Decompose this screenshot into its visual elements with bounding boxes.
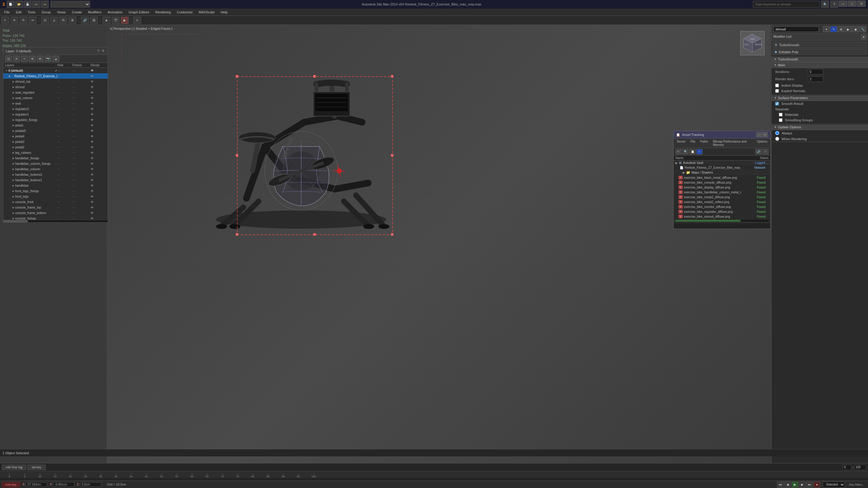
menu-graph-editors[interactable]: Graph Editors xyxy=(126,10,152,14)
layer-item-fl[interactable]: ▶ front_legs — — 👁 xyxy=(3,194,108,199)
layer-item-hb-col-fix[interactable]: ▶ handlebar_column_fixings — — 👁 xyxy=(3,161,108,166)
asset-tb-view[interactable]: ≡ xyxy=(696,149,703,155)
layer-scrollbar-h[interactable] xyxy=(3,220,108,222)
modifier-list-expand-btn[interactable]: ▼ xyxy=(861,35,866,39)
asset-tex-3[interactable]: T exercise_bike_display_diffuse.png Foun… xyxy=(674,185,770,190)
layer-help-btn[interactable]: ? xyxy=(96,49,100,53)
asset-menu-server[interactable]: Server xyxy=(675,139,687,147)
layer-tool-delete[interactable]: ✕ xyxy=(13,56,20,62)
record-anim-btn[interactable]: ● xyxy=(813,482,820,488)
select-btn[interactable]: ↖ xyxy=(1,17,9,24)
layer-tool-freeze[interactable]: ❄ xyxy=(29,56,36,62)
layer-item-seat-col[interactable]: ▶ seat_column — — 👁 xyxy=(3,95,108,101)
asset-tex-4[interactable]: T exercise_bike_handlebar_column_metal_d… xyxy=(674,190,770,195)
menu-modifiers[interactable]: Modifiers xyxy=(85,10,105,14)
rotate-btn[interactable]: ↻ xyxy=(20,17,27,24)
layer-item-petal1[interactable]: ▶ petal1 — — 👁 xyxy=(3,123,108,128)
layer-item-hb-btn2[interactable]: ▶ handlebar_buttons2 — — 👁 xyxy=(3,172,108,177)
layer-item-pedals5[interactable]: ▶ pedals5 — — 👁 xyxy=(3,128,108,133)
workspace-dropdown[interactable]: Workspace: Default xyxy=(51,1,90,8)
layer-tool-add[interactable]: + xyxy=(21,56,28,62)
ts-update-header[interactable]: ▼ Update Options xyxy=(772,124,868,130)
asset-menu-file[interactable]: File xyxy=(688,139,697,147)
menu-help[interactable]: Help xyxy=(218,10,230,14)
layer-item-hb[interactable]: ▶ handlebar — — 👁 xyxy=(3,183,108,188)
asset-maps-folder[interactable]: ▶ 📁 Maps / Shaders xyxy=(674,170,770,175)
asset-close-btn[interactable]: ✕ xyxy=(763,132,768,137)
layer-item-reg-fix[interactable]: ▶ regulator_fixings — — 👁 xyxy=(3,117,108,123)
timeline-ruler[interactable]: 0 5 10 15 20 25 30 35 40 45 50 55 60 65 … xyxy=(0,471,868,478)
ts-isoline-check[interactable] xyxy=(775,84,779,87)
modifier-editable-poly[interactable]: ◆ Editable Poly xyxy=(772,48,867,55)
rp-display-btn[interactable]: ◉ xyxy=(852,26,859,32)
layer-item-cfb[interactable]: ▶ console_frame_bottom — — 👁 xyxy=(3,210,108,216)
rp-motion-btn[interactable]: ▶ xyxy=(845,26,851,32)
layer-item-fl-fix[interactable]: ▶ front_legs_fixings — — 👁 xyxy=(3,188,108,194)
modifier-turbosmooth[interactable]: ⊕ TurboSmooth xyxy=(772,42,867,48)
layer-item-shroud[interactable]: ▶ shroud — — 👁 xyxy=(3,84,108,90)
record-btn[interactable]: Auto Key xyxy=(2,482,20,487)
menu-views[interactable]: Views xyxy=(54,10,69,14)
unlink-btn[interactable]: ⛓ xyxy=(90,17,98,24)
asset-tex-6[interactable]: T exercise_bike_metal2_reflect.png Found xyxy=(674,199,770,204)
ts-explicit-check[interactable] xyxy=(775,89,779,93)
layer-item-cft[interactable]: ▶ console_frame_top — — 👁 xyxy=(3,205,108,210)
layer-manager-btn[interactable]: ≡ xyxy=(133,17,141,24)
save-btn[interactable]: 💾 xyxy=(24,1,32,8)
layer-item-leg-rubbers[interactable]: ▶ leg_rubbers — — 👁 xyxy=(3,150,108,155)
asset-tex-2[interactable]: T exercise_bike_console_diffuse.png Foun… xyxy=(674,180,770,185)
total-frames-input[interactable] xyxy=(854,464,866,470)
ts-iterations-input[interactable] xyxy=(808,69,823,74)
ts-when-render-radio[interactable] xyxy=(775,137,779,141)
asset-tb-help[interactable]: ? xyxy=(763,149,769,155)
redo-btn[interactable]: ↪ xyxy=(41,1,49,8)
layer-item-reg2[interactable]: ▶ regulator2 — — 👁 xyxy=(3,106,108,111)
layer-close-btn[interactable]: ✕ xyxy=(101,48,105,53)
layer-item-seat[interactable]: ▶ seat — — 👁 xyxy=(3,101,108,106)
open-btn[interactable]: 📂 xyxy=(15,1,23,8)
layer-item-pedal2[interactable]: ▶ pedal2 — — 👁 xyxy=(3,144,108,150)
menu-customize[interactable]: Customize xyxy=(174,10,196,14)
maximize-btn[interactable]: □ xyxy=(848,1,857,7)
percent-snap-btn[interactable]: % xyxy=(59,17,67,24)
asset-max-file[interactable]: 📄 Reebok_Fitness_Z7_Exercise_Bike_max_vr… xyxy=(674,165,770,170)
link-btn[interactable]: 🔗 xyxy=(81,17,89,24)
menu-group[interactable]: Group xyxy=(38,10,54,14)
asset-tex-5[interactable]: T exercise_bike_metal2_diffuse.png Found xyxy=(674,195,770,199)
scale-btn[interactable]: ⇔ xyxy=(29,17,36,24)
ts-header[interactable]: ▼ TurboSmooth xyxy=(772,57,868,62)
snap-btn[interactable]: ⊡ xyxy=(41,17,49,24)
layer-tool-render[interactable]: 📷 xyxy=(45,56,52,62)
asset-menu-paths[interactable]: Paths xyxy=(699,139,710,147)
layer-list[interactable]: ▼ 0 (default) ✓ — — 👁 ▶ Reebok_Fitness_Z… xyxy=(3,68,108,220)
current-frame-input[interactable] xyxy=(842,464,851,470)
asset-tb-find[interactable]: 🔍 xyxy=(682,149,688,155)
asset-tb-refresh[interactable]: ↻ xyxy=(675,149,682,155)
play-btn[interactable]: ▶ xyxy=(792,482,798,488)
layer-scrollbar-thumb[interactable] xyxy=(3,220,28,223)
object-name-field[interactable] xyxy=(773,27,819,32)
ts-surface-header[interactable]: ▼ Surface Parameters xyxy=(772,95,868,101)
asset-list[interactable]: ▶ 🏛 Autodesk Vault Logged ... 📄 Reebok_F… xyxy=(674,161,770,219)
render-setup-btn[interactable]: 🎬 xyxy=(112,17,120,24)
layer-tool-hide[interactable]: 👁 xyxy=(37,56,43,62)
layer-item-seat-reg[interactable]: ▶ seat_regulator — — 👁 xyxy=(3,90,108,95)
asset-minimize-btn[interactable]: — xyxy=(756,132,762,137)
render-btn[interactable]: ▶ xyxy=(121,17,129,24)
undo-btn[interactable]: ↩ xyxy=(32,1,40,8)
layer-item-hb-fix[interactable]: ▶ handlebar_fixings — — 👁 xyxy=(3,155,108,161)
asset-vault-item[interactable]: ▶ 🏛 Autodesk Vault Logged ... xyxy=(674,161,770,165)
help-btn[interactable]: ? xyxy=(830,1,838,8)
menu-create[interactable]: Create xyxy=(69,10,85,14)
asset-tex-8[interactable]: T exercise_bike_regulator_diffuse.png Fo… xyxy=(674,209,770,214)
layer-item-hb-col[interactable]: ▶ handlebar_column — — 👁 xyxy=(3,166,108,172)
prev-frame-btn[interactable]: ◀ xyxy=(784,482,791,488)
angle-snap-btn[interactable]: ∠ xyxy=(50,17,58,24)
rp-hierarchy-btn[interactable]: ⊞ xyxy=(838,26,844,32)
new-btn[interactable]: 📄 xyxy=(7,1,14,8)
add-time-tag-btn[interactable]: Add Time Tag xyxy=(2,464,26,470)
next-key-btn[interactable]: ⏭ xyxy=(806,482,813,488)
menu-animation[interactable]: Animation xyxy=(105,10,126,14)
ts-smooth-check[interactable] xyxy=(775,102,779,105)
ts-materials-check[interactable] xyxy=(779,113,782,117)
